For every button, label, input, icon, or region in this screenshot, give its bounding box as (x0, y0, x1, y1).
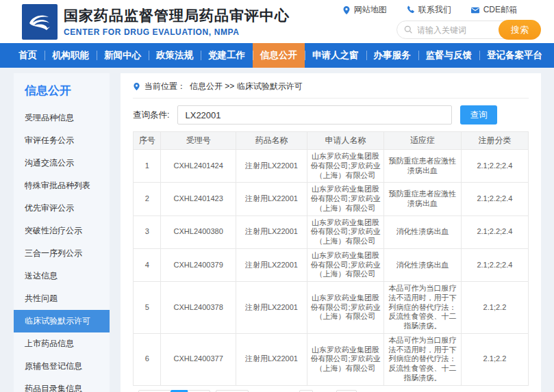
sidebar-list: 受理品种信息 审评任务公示 沟通交流公示 特殊审批品种列表 优先审评公示 突破性… (14, 107, 110, 392)
cde-mail-label: CDE邮箱 (483, 4, 517, 16)
breadcrumb-path: 信息公开 >> 临床试验默示许可 (190, 81, 303, 92)
cell-seq: 5 (134, 282, 161, 334)
query-bar: 查询条件: 查询 (133, 105, 529, 125)
envelope-icon (470, 6, 480, 14)
cell-indication: 本品可作为当口服疗法不适用时，用于下列病症的替代疗法：反流性食管炎、十二指肠溃疡… (384, 282, 462, 334)
cell-acceptance-no: CXHL2400379 (161, 248, 236, 281)
sidebar-item[interactable]: 共性问题 (14, 287, 110, 310)
brand-titles: 国家药品监督管理局药品审评中心 CENTER FOR DRUG EVALUATI… (64, 6, 290, 37)
nav-item[interactable]: 登记备案平台 (479, 43, 550, 68)
sidebar-item[interactable]: 沟通交流公示 (14, 152, 110, 174)
cell-drug-name: 注射用LX22001 (236, 282, 307, 334)
nav-item[interactable]: 党建工作 (201, 43, 253, 68)
query-button[interactable]: 查询 (460, 105, 497, 125)
breadcrumb-prefix: 当前位置： (144, 81, 186, 92)
sidebar-item[interactable]: 突破性治疗公示 (14, 220, 110, 242)
cell-acceptance-no: CXHL2400380 (161, 215, 236, 248)
sidebar-item[interactable]: 审评任务公示 (14, 129, 110, 152)
pagination-page-active[interactable] (171, 390, 188, 392)
nav-item[interactable]: 信息公开 (253, 43, 305, 68)
site-search: 搜索 (396, 21, 540, 39)
cell-acceptance-no: CXHL2400377 (161, 333, 236, 385)
table-column-header: 药品名称 (236, 132, 307, 150)
sidebar-item[interactable]: 药品目录集信息 (14, 378, 110, 392)
sitemap-link[interactable]: 网站地图 (342, 4, 387, 16)
cell-drug-name: 注射用LX22001 (236, 333, 307, 385)
table-row: 2 CXHL2401423 注射用LX22001 山东罗欣药业集团股份有限公司;… (134, 183, 529, 215)
main-nav: 首页 机构职能 新闻中心 政策法规 党建工作 信息公开 申请人之窗 办事服务 监… (0, 43, 554, 68)
sidebar-item[interactable]: 受理品种信息 (14, 107, 110, 129)
sidebar-item[interactable]: 优先审评公示 (14, 197, 110, 220)
search-button[interactable]: 搜索 (499, 20, 541, 40)
cell-drug-name: 注射用LX22001 (236, 215, 307, 248)
cell-reg-class: 2.1;2.2;2.4 (461, 183, 528, 215)
sidebar-title: 信息公开 (14, 73, 110, 107)
phone-icon (406, 5, 415, 14)
cell-applicant: 山东罗欣药业集团股份有限公司;罗欣药业（上海）有限公司 (307, 215, 384, 248)
cell-reg-class: 2.1;2.2;2.4 (461, 248, 528, 281)
cell-applicant: 山东罗欣药业集团股份有限公司;罗欣药业（上海）有限公司 (307, 150, 384, 183)
page-body: 信息公开 受理品种信息 审评任务公示 沟通交流公示 特殊审批品种列表 优先审评公… (14, 73, 541, 392)
cell-acceptance-no: CXHL2401424 (161, 150, 236, 183)
results-table: 序号 受理号 药品名称 申请人名称 适应症 注册分类 (133, 131, 529, 386)
sidebar-item[interactable]: 原辅包登记信息 (14, 355, 110, 378)
sidebar-item[interactable]: 三合一序列公示 (14, 242, 110, 265)
location-pin-icon (342, 5, 351, 15)
quick-links: 网站地图 联系我们 CDE邮箱 (342, 4, 517, 16)
table-row: 5 CXHL2400378 注射用LX22001 山东罗欣药业集团股份有限公司;… (134, 282, 529, 334)
sidebar: 信息公开 受理品种信息 审评任务公示 沟通交流公示 特殊审批品种列表 优先审评公… (14, 73, 110, 392)
contact-label: 联系我们 (418, 4, 451, 16)
cell-seq: 3 (134, 215, 161, 248)
query-input[interactable] (177, 105, 452, 125)
sidebar-item[interactable]: 上市药品信息 (14, 332, 110, 355)
table-row: 6 CXHL2400377 注射用LX22001 山东罗欣药业集团股份有限公司;… (134, 333, 529, 385)
pagination-jump-input[interactable] (299, 390, 313, 392)
brand: 国家药品监督管理局药品审评中心 CENTER FOR DRUG EVALUATI… (22, 4, 290, 40)
header-right: 网站地图 联系我们 CDE邮箱 搜索 (342, 4, 540, 39)
cell-seq: 6 (134, 333, 161, 385)
table-column-header: 注册分类 (461, 132, 528, 150)
table-column-header: 序号 (134, 132, 161, 150)
cell-indication: 消化性溃疡出血 (384, 248, 462, 281)
nav-item[interactable]: 监督与反馈 (418, 43, 480, 68)
nav-item[interactable]: 新闻中心 (97, 43, 149, 68)
cell-seq: 1 (134, 150, 161, 183)
pagination-next-button[interactable] (216, 390, 249, 392)
nav-item[interactable]: 机构职能 (45, 43, 97, 68)
sidebar-item[interactable]: 送达信息 (14, 265, 110, 287)
nav-item[interactable]: 办事服务 (366, 43, 418, 68)
table-column-header: 受理号 (161, 132, 236, 150)
nav-item[interactable]: 首页 (11, 43, 45, 68)
cell-applicant: 山东罗欣药业集团股份有限公司;罗欣药业（上海）有限公司 (307, 248, 384, 281)
table-column-header: 适应症 (384, 132, 462, 150)
pagination-confirm-button[interactable] (336, 390, 357, 392)
site-header: 国家药品监督管理局药品审评中心 CENTER FOR DRUG EVALUATI… (0, 0, 554, 43)
cell-reg-class: 2.1;2.2;2.4 (461, 215, 528, 248)
cell-applicant: 山东罗欣药业集团股份有限公司;罗欣药业（上海）有限公司 (307, 282, 384, 334)
cell-applicant: 山东罗欣药业集团股份有限公司;罗欣药业（上海）有限公司 (307, 333, 384, 385)
pagination-prev-button[interactable] (138, 390, 171, 392)
cell-indication: 消化性溃疡出血 (384, 215, 462, 248)
cell-seq: 4 (134, 248, 161, 281)
cde-mail-link[interactable]: CDE邮箱 (470, 4, 517, 16)
cell-acceptance-no: CXHL2401423 (161, 183, 236, 215)
sidebar-item[interactable]: 临床试验默示许可 (14, 310, 110, 332)
cell-reg-class: 2.1;2.2;2.4 (461, 150, 528, 183)
nav-item[interactable]: 政策法规 (149, 43, 201, 68)
cell-indication: 本品可作为当口服疗法不适用时，用于下列病症的替代疗法：反流性食管炎、十二指肠溃疡… (384, 333, 462, 385)
sidebar-item[interactable]: 特殊审批品种列表 (14, 174, 110, 197)
cell-drug-name: 注射用LX22001 (236, 248, 307, 281)
location-pin-icon (133, 82, 140, 91)
sitemap-label: 网站地图 (354, 4, 387, 16)
pagination-page-button[interactable] (188, 390, 210, 392)
nav-item[interactable]: 申请人之窗 (305, 43, 366, 68)
site-subtitle: CENTER FOR DRUG EVALUATION, NMPA (64, 27, 290, 37)
contact-link[interactable]: 联系我们 (406, 4, 451, 16)
table-row: 3 CXHL2400380 注射用LX22001 山东罗欣药业集团股份有限公司;… (134, 215, 529, 248)
cde-logo-icon (22, 4, 58, 40)
cell-acceptance-no: CXHL2400378 (161, 282, 236, 334)
cell-indication: 预防重症患者应激性溃疡出血 (384, 150, 462, 183)
main-content: 当前位置： 信息公开 >> 临床试验默示许可 查询条件: 查询 序号 受理号 (121, 73, 541, 392)
site-title: 国家药品监督管理局药品审评中心 (64, 6, 290, 25)
table-row: 4 CXHL2400379 注射用LX22001 山东罗欣药业集团股份有限公司;… (134, 248, 529, 281)
